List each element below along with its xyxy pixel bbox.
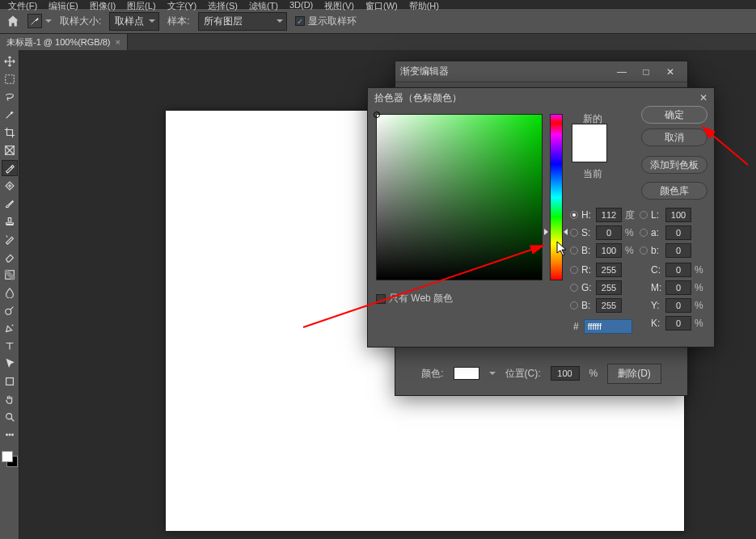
- r-input[interactable]: [596, 263, 622, 277]
- type-tool[interactable]: [2, 338, 18, 354]
- menu-file[interactable]: 文件(F): [3, 0, 42, 12]
- menu-window[interactable]: 窗口(W): [361, 0, 403, 12]
- ok-button[interactable]: 确定: [641, 106, 707, 124]
- crop-tool[interactable]: [2, 124, 18, 141]
- healing-tool[interactable]: [2, 178, 18, 194]
- b-hsb-label: B:: [581, 245, 593, 256]
- radio-g[interactable]: [570, 284, 578, 292]
- b-hsb-input[interactable]: [596, 243, 622, 258]
- hue-slider-arrow-left: [544, 229, 548, 235]
- c-input[interactable]: [665, 263, 691, 277]
- position-input[interactable]: [551, 366, 580, 381]
- web-only-option[interactable]: 只有 Web 颜色: [376, 292, 453, 305]
- menu-bar: 文件(F) 编辑(E) 图像(I) 图层(L) 文字(Y) 选择(S) 滤镜(T…: [0, 0, 756, 8]
- close-icon[interactable]: ✕: [699, 92, 707, 103]
- cancel-button[interactable]: 取消: [641, 128, 707, 146]
- marquee-tool[interactable]: [2, 71, 18, 87]
- menu-type[interactable]: 文字(Y): [163, 0, 202, 12]
- menu-view[interactable]: 视图(V): [319, 0, 359, 12]
- chevron-down-icon[interactable]: [45, 19, 52, 23]
- s-input[interactable]: [596, 225, 622, 240]
- radio-b-hsb[interactable]: [570, 246, 578, 255]
- home-icon[interactable]: [6, 15, 19, 27]
- document-tab-bar: 未标题-1 @ 100%(RGB/8) ×: [0, 34, 756, 50]
- maximize-icon[interactable]: □: [634, 64, 658, 80]
- a-label: a:: [651, 227, 662, 238]
- radio-l[interactable]: [640, 211, 648, 219]
- l-input[interactable]: [665, 208, 691, 222]
- k-input[interactable]: [665, 316, 691, 331]
- lasso-tool[interactable]: [2, 89, 18, 105]
- pen-tool[interactable]: [2, 320, 18, 336]
- add-to-swatches-button[interactable]: 添加到色板: [641, 156, 707, 174]
- dodge-tool[interactable]: [2, 302, 18, 318]
- sample-layers-select[interactable]: 所有图层: [198, 12, 287, 31]
- g-label: G:: [581, 282, 593, 293]
- sv-pointer[interactable]: [374, 112, 380, 118]
- svg-point-8: [9, 434, 11, 436]
- y-label: Y:: [651, 300, 662, 311]
- b-lab-input[interactable]: [665, 243, 691, 258]
- document-tab[interactable]: 未标题-1 @ 100%(RGB/8) ×: [0, 34, 128, 50]
- radio-b-lab[interactable]: [640, 246, 648, 255]
- stop-color-swatch[interactable]: [454, 367, 479, 380]
- menu-3d[interactable]: 3D(D): [285, 0, 318, 10]
- chevron-down-icon[interactable]: [489, 372, 496, 375]
- gradient-tool[interactable]: [2, 267, 18, 283]
- y-input[interactable]: [665, 298, 691, 313]
- history-brush-tool[interactable]: [2, 231, 18, 247]
- color-swatches[interactable]: [2, 451, 18, 467]
- show-sample-ring-checkbox[interactable]: [295, 16, 305, 26]
- menu-filter[interactable]: 滤镜(T): [244, 0, 283, 12]
- saturation-value-field[interactable]: [376, 114, 543, 280]
- radio-s[interactable]: [570, 229, 578, 237]
- b-rgb-input[interactable]: [596, 298, 622, 313]
- a-input[interactable]: [665, 225, 691, 240]
- g-input[interactable]: [596, 280, 622, 295]
- frame-tool[interactable]: [2, 142, 18, 158]
- h-input[interactable]: [596, 208, 622, 222]
- blur-tool[interactable]: [2, 284, 18, 301]
- gradient-stop-controls: 颜色: 位置(C): % 删除(D): [395, 352, 687, 395]
- tool-preset-eyedropper[interactable]: [27, 14, 42, 28]
- radio-a[interactable]: [640, 229, 648, 237]
- hash-label: #: [573, 321, 579, 332]
- sample-size-select[interactable]: 取样点: [109, 12, 159, 31]
- color-picker-titlebar[interactable]: 拾色器（色标颜色） ✕: [368, 88, 714, 107]
- h-label: H:: [581, 209, 593, 221]
- eyedropper-tool[interactable]: [2, 160, 18, 176]
- color-libraries-button[interactable]: 颜色库: [641, 182, 707, 200]
- zoom-tool[interactable]: [2, 409, 18, 425]
- wand-tool[interactable]: [2, 107, 18, 123]
- k-unit: %: [695, 318, 706, 329]
- eraser-tool[interactable]: [2, 249, 18, 265]
- move-tool[interactable]: [2, 53, 18, 69]
- radio-b-rgb[interactable]: [570, 301, 578, 310]
- delete-stop-button[interactable]: 删除(D): [607, 364, 661, 384]
- hue-slider[interactable]: [550, 114, 563, 280]
- gradient-editor-titlebar[interactable]: 渐变编辑器 — □ ✕: [395, 61, 687, 82]
- more-tools[interactable]: [2, 427, 18, 443]
- brush-tool[interactable]: [2, 196, 18, 212]
- current-color-swatch: [572, 143, 606, 162]
- close-icon[interactable]: ×: [116, 37, 120, 47]
- c-label: C:: [651, 264, 662, 276]
- radio-h[interactable]: [570, 211, 578, 219]
- menu-help[interactable]: 帮助(H): [404, 0, 444, 12]
- menu-edit[interactable]: 编辑(E): [44, 0, 83, 12]
- stamp-tool[interactable]: [2, 213, 18, 229]
- menu-select[interactable]: 选择(S): [203, 0, 243, 12]
- foreground-swatch[interactable]: [2, 451, 13, 462]
- shape-tool[interactable]: [2, 373, 18, 390]
- path-select-tool[interactable]: [2, 356, 18, 372]
- radio-r[interactable]: [570, 266, 578, 274]
- menu-image[interactable]: 图像(I): [85, 0, 120, 12]
- minimize-icon[interactable]: —: [610, 64, 634, 80]
- b-lab-label: b:: [651, 245, 662, 256]
- hex-input[interactable]: [584, 319, 632, 334]
- hand-tool[interactable]: [2, 391, 18, 407]
- close-icon[interactable]: ✕: [658, 64, 682, 80]
- menu-layer[interactable]: 图层(L): [122, 0, 160, 12]
- m-input[interactable]: [665, 280, 691, 295]
- web-only-checkbox[interactable]: [376, 294, 386, 304]
